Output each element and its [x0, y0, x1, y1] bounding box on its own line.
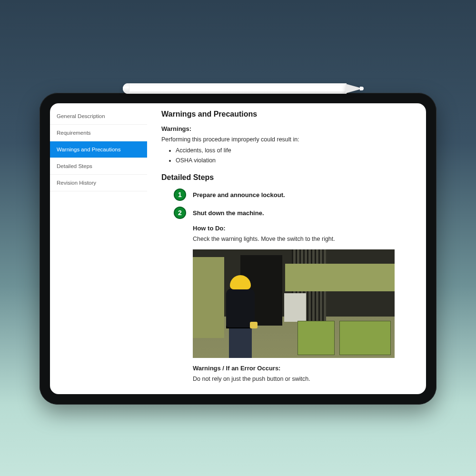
step-title: Prepare and announce lockout.: [193, 191, 285, 198]
sidebar-item-warnings-and-precautions[interactable]: Warnings and Precautions: [50, 141, 147, 158]
sidebar-item-requirements[interactable]: Requirements: [50, 125, 147, 141]
sidebar-nav: General Description Requirements Warning…: [50, 103, 147, 394]
warnings-bullet: Accidents, loss of life: [176, 146, 412, 155]
detailed-steps-heading: Detailed Steps: [161, 173, 412, 182]
tablet-screen: General Description Requirements Warning…: [50, 103, 426, 394]
sidebar-item-revision-history[interactable]: Revision History: [50, 175, 147, 191]
warnings-bullets: Accidents, loss of life OSHA violation: [176, 146, 412, 165]
tablet-device-frame: General Description Requirements Warning…: [40, 93, 436, 405]
warnings-heading: Warnings and Precautions: [161, 110, 412, 119]
step-number-badge-icon: 1: [174, 188, 186, 201]
procedure-image: [193, 249, 395, 358]
howto-label: How to Do:: [193, 225, 412, 232]
step-row-1[interactable]: 1 Prepare and announce lockout.: [174, 188, 412, 201]
step-row-2[interactable]: 2 Shut down the machine.: [174, 207, 412, 219]
sidebar-item-general-description[interactable]: General Description: [50, 108, 147, 125]
sidebar-item-detailed-steps[interactable]: Detailed Steps: [50, 158, 147, 175]
stylus-pencil: [123, 83, 366, 94]
step-detail-block: How to Do: Check the warning lights. Mov…: [193, 225, 412, 384]
warnings-intro: Performing this procedure improperly cou…: [161, 135, 412, 144]
error-label: Warnings / If an Error Occurs:: [193, 365, 412, 372]
howto-text: Check the warning lights. Move the switc…: [193, 235, 412, 244]
warnings-bullet: OSHA violation: [176, 156, 412, 165]
content-area: Warnings and Precautions Warnings: Perfo…: [147, 103, 426, 394]
step-title: Shut down the machine.: [193, 209, 264, 217]
error-text: Do not rely on just the push button or s…: [193, 375, 412, 384]
warnings-label: Warnings:: [161, 125, 412, 132]
step-number-badge-icon: 2: [174, 207, 186, 219]
steps-list: 1 Prepare and announce lockout. 2 Shut d…: [174, 188, 412, 384]
